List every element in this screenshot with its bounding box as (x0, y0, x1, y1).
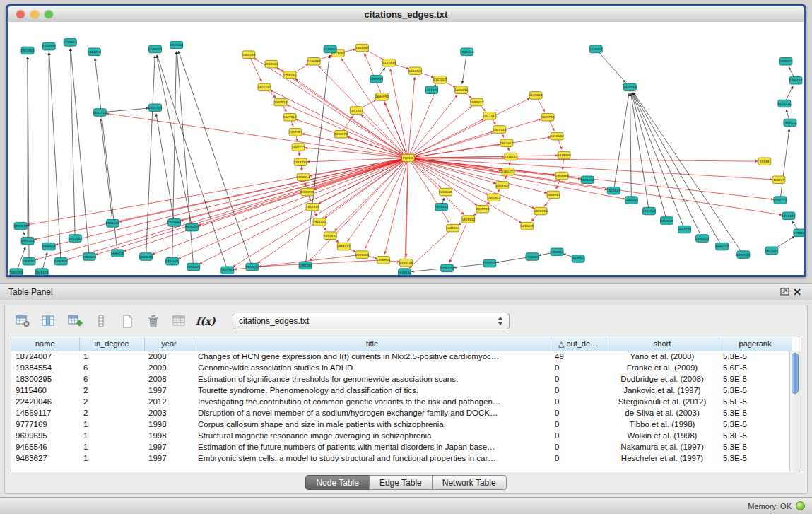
graph-node[interactable]: 1881255 (10, 269, 23, 275)
cell-short[interactable]: Tibbo et al. (1998) (606, 419, 719, 430)
table-row[interactable]: 1872400712008Changes of HCN gene express… (11, 351, 792, 362)
graph-node[interactable]: 1869551 (547, 191, 560, 199)
graph-node[interactable]: 1821201 (258, 83, 271, 91)
graph-node[interactable]: 1825753 (541, 113, 555, 121)
import-table-icon[interactable] (169, 312, 190, 330)
graph-edge[interactable] (632, 93, 684, 230)
graph-edge[interactable] (361, 115, 408, 158)
graph-node[interactable]: 1673544 (324, 232, 337, 240)
graph-edge[interactable] (180, 158, 408, 221)
cell-year[interactable]: 1998 (144, 430, 194, 441)
graph-node[interactable]: 7523410 (246, 263, 259, 271)
table-row[interactable]: 2242004622012Investigating the contribut… (11, 396, 792, 407)
cell-in_degree[interactable]: 2 (79, 407, 144, 419)
cell-year[interactable]: 2009 (144, 362, 194, 373)
graph-node[interactable]: 1664951 (375, 93, 389, 101)
graph-node[interactable]: 1696109 (408, 67, 422, 75)
graph-node[interactable]: 1801632 (487, 194, 500, 201)
graph-node[interactable]: 1915469 (558, 151, 571, 159)
graph-node[interactable]: 1664950 (355, 44, 369, 52)
cell-out_degree[interactable]: 0 (551, 452, 606, 464)
cell-out_degree[interactable]: 0 (551, 407, 606, 419)
zoom-window-button[interactable] (45, 10, 53, 18)
cell-in_degree[interactable]: 1 (79, 452, 144, 464)
graph-node[interactable]: 2204908 (439, 188, 452, 196)
cell-out_degree[interactable]: 0 (551, 362, 606, 373)
graph-node[interactable]: 1799104 (789, 76, 803, 84)
graph-node[interactable]: 1908914 (297, 173, 310, 181)
graph-node[interactable]: 1685493 (446, 224, 459, 232)
table-row[interactable]: 969969511998Structural magnetic resonanc… (11, 430, 792, 441)
table-mode-icon[interactable] (12, 312, 33, 330)
graph-node[interactable]: 8931004 (355, 251, 369, 259)
cell-in_degree[interactable]: 1 (79, 430, 144, 441)
graph-node[interactable]: 1531024 (483, 259, 496, 267)
cell-name[interactable]: 22420046 (11, 396, 79, 407)
cell-pagerank[interactable]: 5.3E-5 (719, 441, 792, 452)
cell-year[interactable]: 2003 (144, 407, 194, 419)
graph-edge[interactable] (462, 52, 467, 83)
scrollbar-thumb[interactable] (792, 353, 799, 394)
graph-edge[interactable] (257, 158, 408, 263)
graph-node[interactable]: 7812543 (306, 203, 319, 211)
cell-title[interactable]: Tourette syndrome. Phenomenology and cla… (194, 385, 551, 396)
graph-node[interactable]: 2051311 (93, 109, 107, 117)
graph-node[interactable]: 1216123 (505, 153, 518, 160)
graph-node[interactable]: 1814104 (589, 45, 603, 53)
graph-node[interactable]: 1905810 (779, 58, 793, 66)
graph-node[interactable]: 1358145 (399, 259, 413, 267)
graph-node[interactable]: 1419602 (185, 223, 199, 231)
cell-short[interactable]: de Silva et al. (2003) (606, 407, 719, 419)
cell-out_degree[interactable]: 49 (551, 351, 606, 362)
table-row[interactable]: 1938455462009Genome-wide association stu… (11, 362, 792, 373)
graph-node[interactable]: 1945012 (695, 235, 709, 243)
cell-name[interactable]: 9465546 (11, 441, 79, 452)
graph-edge[interactable] (630, 93, 631, 200)
graph-node[interactable]: 2051310 (148, 104, 162, 112)
network-window-titlebar[interactable]: citations_edges.txt (8, 6, 804, 23)
graph-edge[interactable] (780, 129, 789, 200)
cell-year[interactable]: 2012 (144, 396, 194, 407)
cell-pagerank[interactable]: 5.3E-5 (719, 407, 792, 419)
cell-out_degree[interactable]: 0 (551, 419, 606, 430)
cell-name[interactable]: 9115460 (11, 385, 79, 396)
graph-edge[interactable] (408, 77, 415, 158)
new-table-icon[interactable] (117, 312, 138, 330)
graph-node[interactable]: 1954958 (555, 172, 569, 180)
graph-node[interactable]: 1759141 (283, 71, 297, 79)
graph-edge[interactable] (254, 58, 408, 158)
graph-node[interactable]: 1935445 (435, 203, 448, 211)
graph-node[interactable]: 1990536 (111, 250, 124, 257)
graph-edge[interactable] (100, 119, 112, 223)
graph-node[interactable]: 104217 (772, 176, 785, 184)
graph-node[interactable]: 1871341 (350, 107, 363, 115)
graph-node[interactable]: 2461021 (165, 257, 179, 265)
graph-edge[interactable] (124, 158, 408, 251)
graph-node[interactable]: 1990991 (301, 188, 314, 196)
cell-in_degree[interactable]: 2 (79, 396, 144, 407)
cell-name[interactable]: 9463627 (11, 452, 79, 464)
graph-node[interactable]: 1461215 (88, 48, 101, 56)
graph-edge[interactable] (632, 93, 702, 238)
graph-edge[interactable] (633, 93, 722, 247)
graph-node[interactable]: 1750412 (440, 264, 454, 272)
cell-in_degree[interactable]: 6 (79, 362, 144, 373)
cell-name[interactable]: 14569117 (11, 407, 79, 419)
cell-out_degree[interactable]: 0 (551, 396, 606, 407)
graph-node[interactable]: 1210642 (551, 132, 564, 140)
graph-edge[interactable] (49, 52, 61, 261)
graph-node[interactable]: 1510211 (607, 187, 620, 194)
cell-year[interactable]: 1997 (144, 452, 194, 464)
cell-title[interactable]: Embryonic stem cells: a model to study s… (194, 452, 551, 464)
table-row[interactable]: 977716911998Corpus callosum shape and si… (11, 419, 792, 430)
cell-title[interactable]: Structural magnetic resonance image aver… (194, 430, 551, 441)
graph-node[interactable]: 1805493 (534, 207, 548, 215)
graph-node[interactable]: 8131043 (324, 45, 337, 53)
graph-node[interactable]: 1960142 (715, 243, 729, 250)
graph-node[interactable]: 2015713 (294, 158, 307, 166)
graph-node[interactable]: 1997351 (289, 129, 302, 136)
cell-name[interactable]: 19384554 (11, 362, 79, 373)
column-header-name[interactable]: name (11, 337, 79, 351)
cell-pagerank[interactable]: 5.9E-5 (719, 373, 792, 385)
graph-node[interactable]: 1699192 (625, 197, 638, 204)
